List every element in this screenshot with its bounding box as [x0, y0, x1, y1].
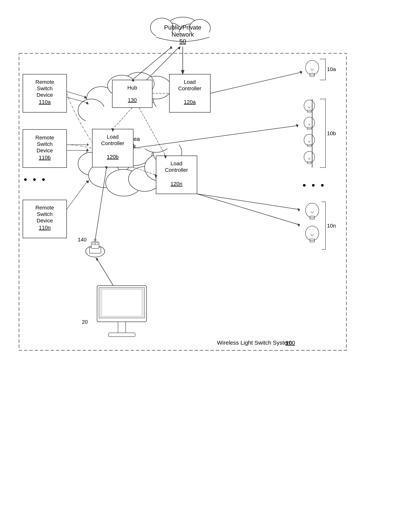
- diagram-container: Public/Private Network 50: [0, 0, 402, 532]
- svg-rect-96: [310, 239, 314, 241]
- svg-rect-54: [93, 243, 95, 245]
- rsd-n-id: 110n: [39, 225, 51, 231]
- svg-rect-63: [102, 289, 142, 316]
- svg-rect-81: [308, 144, 311, 146]
- svg-rect-92: [310, 218, 314, 219]
- svg-rect-86: [308, 161, 311, 163]
- load-dots: • • •: [303, 180, 326, 190]
- svg-rect-71: [308, 110, 311, 111]
- rsd-n-label1: Remote: [35, 205, 54, 211]
- lc-n-label1: Load: [170, 160, 182, 166]
- computer-id-label: 20: [82, 319, 88, 325]
- svg-point-65: [306, 60, 319, 75]
- svg-rect-72: [308, 111, 311, 112]
- load-10a-label: 10a: [327, 66, 336, 72]
- svg-rect-76: [308, 127, 311, 128]
- system-label: Wireless Light Switch System: [217, 340, 292, 346]
- svg-rect-61: [118, 322, 126, 333]
- rsd-a-label3: Device: [37, 92, 53, 98]
- rsd-dots: • • •: [24, 174, 47, 185]
- lc-b-label1: Load: [107, 134, 119, 140]
- hub-label: Hub: [127, 85, 137, 91]
- rsd-a-label1: Remote: [35, 79, 54, 85]
- rsd-a-label2: Switch: [37, 85, 52, 91]
- rsd-n-label3: Device: [37, 218, 53, 223]
- public-network-label2: Network: [171, 31, 194, 38]
- public-network-label: Public/Private: [164, 24, 201, 31]
- svg-rect-97: [310, 241, 314, 242]
- load-10n-label: 10n: [327, 223, 336, 229]
- hub-box: [112, 80, 152, 108]
- svg-point-85: [304, 151, 315, 163]
- public-network-id: 50: [179, 38, 186, 45]
- svg-point-95: [306, 226, 319, 241]
- svg-rect-82: [308, 146, 311, 147]
- lc-a-id: 120a: [184, 99, 196, 105]
- rsd-b-label3: Device: [37, 148, 53, 153]
- svg-point-90: [306, 203, 319, 218]
- svg-point-70: [304, 100, 315, 111]
- usb-id-label: 140: [78, 237, 87, 243]
- rsd-n-label2: Switch: [37, 211, 52, 217]
- rsd-a-id: 110a: [39, 99, 51, 105]
- rsd-b-label1: Remote: [35, 135, 54, 140]
- svg-rect-66: [310, 73, 314, 75]
- hub-id: 130: [128, 97, 137, 103]
- svg-rect-87: [308, 163, 311, 164]
- svg-rect-67: [310, 75, 314, 76]
- lc-a-label1: Load: [184, 79, 196, 85]
- lc-b-label2: Controller: [101, 140, 124, 146]
- public-network-cloud: Public/Private Network 50: [150, 17, 210, 46]
- svg-rect-91: [310, 216, 314, 218]
- load-10b-label: 10b: [327, 130, 336, 136]
- lc-n-id: 120n: [170, 181, 182, 187]
- lc-n-label2: Controller: [165, 167, 188, 173]
- rsd-b-label2: Switch: [37, 141, 52, 147]
- system-id: 100: [286, 340, 295, 346]
- rsd-b-id: 110b: [39, 155, 51, 160]
- svg-point-80: [304, 134, 315, 146]
- lc-b-id: 120b: [107, 154, 119, 160]
- lc-a-label2: Controller: [178, 85, 201, 91]
- svg-rect-77: [308, 128, 311, 129]
- svg-rect-55: [95, 243, 98, 245]
- svg-point-75: [304, 117, 315, 128]
- svg-rect-62: [108, 333, 135, 337]
